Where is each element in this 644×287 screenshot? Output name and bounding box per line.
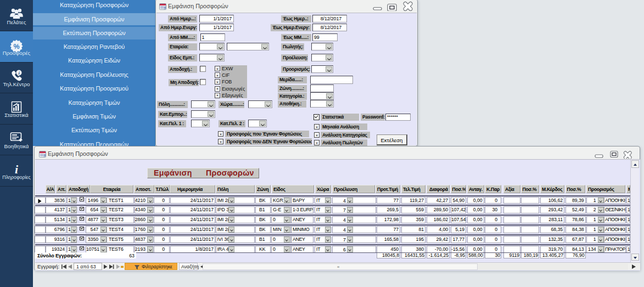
svg-text:i: i: [15, 163, 19, 176]
svg-text:%: %: [13, 42, 19, 50]
